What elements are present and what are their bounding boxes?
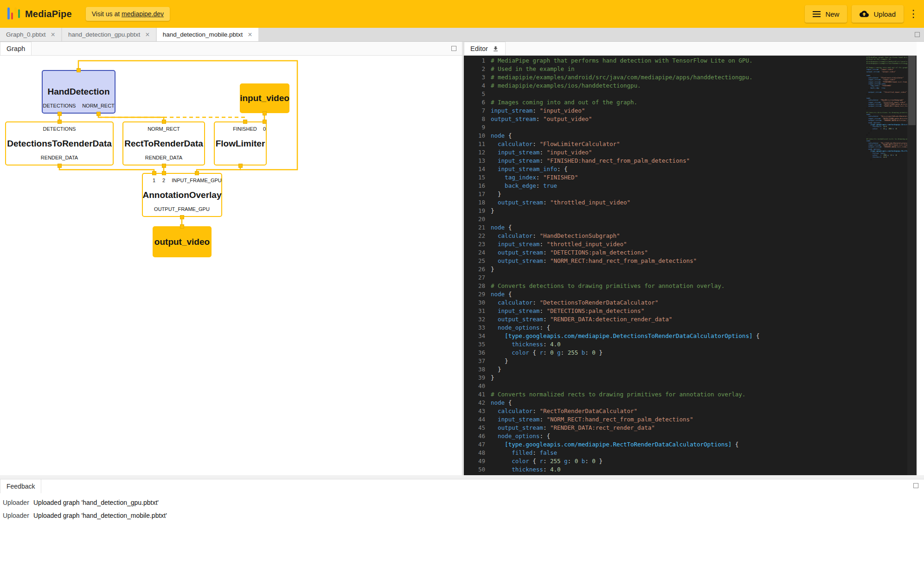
code-line: 6# Images coming into and out of the gra… <box>464 98 866 107</box>
line-number: 31 <box>464 307 491 315</box>
graph-node-input_video[interactable]: input_video <box>240 83 289 113</box>
node-port[interactable] <box>243 120 247 124</box>
editor-scrollbar[interactable] <box>907 56 917 475</box>
line-number: 29 <box>464 290 491 299</box>
graph-canvas[interactable]: HandDetectionDETECTIONSNORM_RECTinput_vi… <box>0 56 462 475</box>
code-line: 14 input_stream_info: { <box>464 165 866 173</box>
node-port[interactable] <box>162 120 166 124</box>
code-line: 38 } <box>464 365 866 374</box>
port-label: 0 <box>263 126 266 132</box>
popout-icon[interactable] <box>915 32 920 37</box>
line-number: 23 <box>464 240 491 248</box>
code-line: 17 } <box>464 190 866 198</box>
code-line: 23 input_stream: "throttled_input_video" <box>464 240 866 248</box>
node-port[interactable] <box>180 224 184 229</box>
node-port[interactable] <box>263 111 267 115</box>
node-title: FlowLimiter <box>216 139 265 149</box>
doc-tab-hand_detection_mobile.pbtxt[interactable]: hand_detection_mobile.pbtxt× <box>157 28 258 41</box>
code-line: 9 <box>464 123 866 132</box>
line-number: 44 <box>464 415 491 424</box>
line-number: 40 <box>464 382 491 390</box>
mediapipe-dev-link[interactable]: mediapipe.dev <box>122 10 164 18</box>
node-port[interactable] <box>58 120 62 124</box>
graph-node-recttorenderdata[interactable]: RectToRenderDataNORM_RECTRENDER_DATA <box>122 121 205 166</box>
code-line: 2# Used in the example in <box>464 65 866 73</box>
code-line: 16 back_edge: true <box>464 182 866 190</box>
line-number: 46 <box>464 432 491 440</box>
code-line: 47 [type.googleapis.com/mediapipe.RectTo… <box>464 440 866 449</box>
code-line: 35 thickness: 4.0 <box>464 340 866 349</box>
code-line: 20 <box>464 215 866 223</box>
upload-button[interactable]: Upload <box>852 5 904 23</box>
graph-node-output_video[interactable]: output_video <box>153 226 212 257</box>
editor-minimap[interactable]: # MediaPipe graph that performs hand det… <box>866 56 907 475</box>
code-line: 15 tag_index: "FINISHED" <box>464 173 866 182</box>
tab-editor[interactable]: Editor <box>464 42 506 55</box>
node-port[interactable] <box>162 171 166 175</box>
port-label: NORM_RECT <box>148 126 180 132</box>
horizontal-splitter[interactable] <box>0 475 924 479</box>
node-port[interactable] <box>180 215 184 219</box>
node-port[interactable] <box>58 112 62 116</box>
graph-node-flowlimiter[interactable]: FlowLimiterFINISHED0 <box>214 121 267 166</box>
code-line: 30 calculator: "DetectionsToRenderDataCa… <box>464 299 866 307</box>
doc-tab-hand_detection_gpu.pbtxt[interactable]: hand_detection_gpu.pbtxt× <box>62 28 156 41</box>
port-label: FINISHED <box>233 126 257 132</box>
graph-edge <box>59 166 154 173</box>
line-number: 12 <box>464 148 491 157</box>
feedback-message: Uploaded graph 'hand_detection_gpu.pbtxt… <box>31 499 159 506</box>
graph-edges-layer <box>0 56 462 475</box>
node-title: AnnotationOverlay <box>143 190 222 200</box>
graph-node-annotationoverlay[interactable]: AnnotationOverlay12INPUT_FRAME_GPUOUTPUT… <box>142 173 222 217</box>
line-number: 3 <box>464 73 491 82</box>
node-port[interactable] <box>195 171 199 175</box>
code-line: 43 calculator: "RectToRenderDataCalculat… <box>464 407 866 415</box>
code-line: 25 output_stream: "NORM_RECT:hand_rect_f… <box>464 257 866 265</box>
code-line: 44 input_stream: "NORM_RECT:hand_rect_fr… <box>464 415 866 424</box>
more-options-icon[interactable]: ⋮ <box>908 5 917 23</box>
code-line: 11 calculator: "FlowLimiterCalculator" <box>464 140 866 148</box>
code-line: 27 <box>464 274 866 282</box>
graph-node-detectionstorenderdata[interactable]: DetectionsToRenderDataDETECTIONSRENDER_D… <box>5 121 114 166</box>
node-port[interactable] <box>77 68 81 72</box>
node-port[interactable] <box>263 120 267 124</box>
code-line: 39} <box>464 374 866 382</box>
doc-tab-label: hand_detection_gpu.pbtxt <box>68 31 140 38</box>
menu-icon <box>813 11 821 17</box>
line-number: 7 <box>464 107 491 115</box>
scrollbar-thumb[interactable] <box>908 56 916 125</box>
download-icon[interactable] <box>492 45 499 52</box>
tab-close-icon[interactable]: × <box>248 31 252 38</box>
line-number: 38 <box>464 365 491 374</box>
node-port[interactable] <box>162 164 166 168</box>
tab-close-icon[interactable]: × <box>145 31 149 38</box>
graph-node-handdetection[interactable]: HandDetectionDETECTIONSNORM_RECT <box>42 70 116 114</box>
node-port[interactable] <box>238 164 243 168</box>
line-number: 5 <box>464 90 491 98</box>
port-label: 1 <box>153 178 155 183</box>
code-line: 5 <box>464 90 866 98</box>
code-editor[interactable]: 1# MediaPipe graph that performs hand de… <box>464 56 917 475</box>
expand-feedback-icon[interactable] <box>913 483 918 488</box>
tab-graph[interactable]: Graph <box>0 42 32 55</box>
graph-edge <box>197 166 240 173</box>
node-title: DetectionsToRenderData <box>7 139 112 149</box>
doc-tab-Graph_0.pbtxt[interactable]: Graph_0.pbtxt× <box>0 28 61 41</box>
node-port[interactable] <box>96 112 101 116</box>
visit-pill[interactable]: Visit us at mediapipe.dev <box>86 7 170 21</box>
expand-graph-icon[interactable] <box>451 46 456 51</box>
line-number: 4 <box>464 82 491 90</box>
node-port[interactable] <box>152 171 156 175</box>
node-port[interactable] <box>58 164 62 168</box>
feedback-panel: Feedback UploaderUploaded graph 'hand_de… <box>0 479 924 573</box>
editor-panel: Editor 1# MediaPipe graph that performs … <box>464 42 917 475</box>
line-number: 25 <box>464 257 491 265</box>
line-number: 9 <box>464 123 491 132</box>
tab-feedback[interactable]: Feedback <box>0 479 41 493</box>
graph-panel: Graph HandDetectionDETECTIONSNORM_RECTin… <box>0 42 462 475</box>
code-line: 22 calculator: "HandDetectionSubgraph" <box>464 232 866 240</box>
new-button[interactable]: New <box>805 5 847 23</box>
line-number: 20 <box>464 215 491 223</box>
code-line: 34 [type.googleapis.com/mediapipe.Detect… <box>464 332 866 340</box>
tab-close-icon[interactable]: × <box>51 31 55 38</box>
